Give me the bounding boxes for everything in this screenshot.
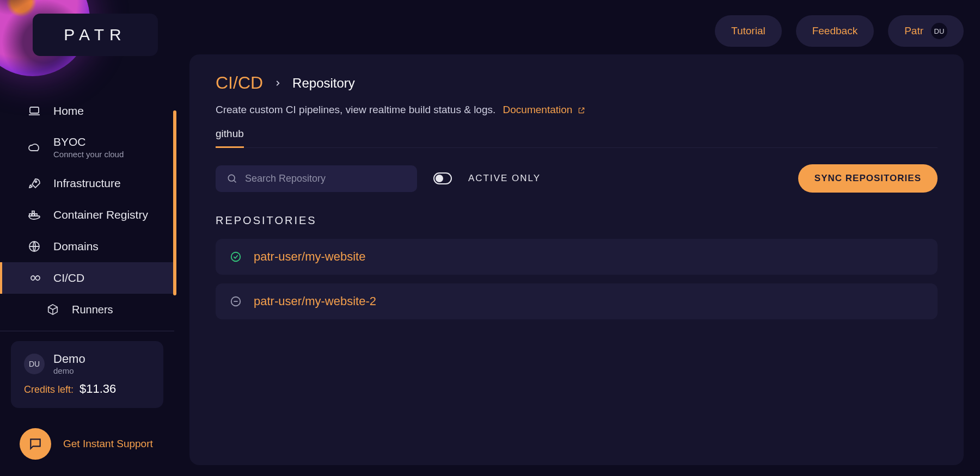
user-avatar-badge: DU <box>931 23 947 39</box>
brand-text: PATR <box>64 26 127 44</box>
repository-name: patr-user/my-website-2 <box>254 294 376 308</box>
box-icon <box>46 302 60 317</box>
sync-button-label: SYNC REPOSITORIES <box>814 173 921 183</box>
tab-github[interactable]: github <box>216 128 244 148</box>
workspace-switcher[interactable]: Patr DU <box>888 15 964 47</box>
search-icon <box>226 173 237 184</box>
svg-rect-0 <box>30 107 39 113</box>
sync-repositories-button[interactable]: SYNC REPOSITORIES <box>798 164 938 193</box>
controls-bar: ACTIVE ONLY SYNC REPOSITORIES <box>216 164 938 193</box>
workspace-card[interactable]: DU Demo demo Credits left: $11.36 <box>11 341 163 408</box>
documentation-link[interactable]: Documentation <box>503 104 585 115</box>
tutorial-label: Tutorial <box>731 25 765 37</box>
cloud-icon <box>27 140 41 154</box>
workspace-handle: demo <box>53 366 85 375</box>
sidebar-item-label: BYOC <box>53 135 124 149</box>
minus-circle-icon <box>230 295 242 307</box>
sidebar-item-cicd[interactable]: CI/CD <box>0 262 174 294</box>
svg-point-1 <box>35 181 37 183</box>
workspace-avatar: DU <box>24 354 45 374</box>
breadcrumb: CI/CD Repository <box>216 73 938 93</box>
repositories-heading: REPOSITORIES <box>216 214 938 227</box>
workspace-name: Demo <box>53 352 85 366</box>
sidebar-divider <box>0 331 174 331</box>
laptop-icon <box>27 104 41 118</box>
svg-rect-5 <box>32 211 34 213</box>
globe-icon <box>27 239 41 254</box>
sidebar: Home BYOC Connect your cloud Infrastruct… <box>0 95 174 408</box>
chevron-right-icon <box>274 79 281 87</box>
breadcrumb-leaf: Repository <box>292 76 355 91</box>
support-chat-button[interactable] <box>20 428 51 460</box>
docker-icon <box>27 208 41 222</box>
repository-item[interactable]: patr-user/my-website-2 <box>216 283 938 319</box>
active-only-label: ACTIVE ONLY <box>468 173 541 184</box>
rocket-icon <box>27 176 41 190</box>
main-panel: CI/CD Repository Create custom CI pipeli… <box>189 54 964 465</box>
sidebar-item-runners[interactable]: Runners <box>0 294 174 325</box>
credits-label: Credits left: <box>24 384 74 395</box>
top-actions: Tutorial Feedback Patr DU <box>715 15 964 47</box>
breadcrumb-root[interactable]: CI/CD <box>216 73 263 93</box>
repository-name: patr-user/my-website <box>254 250 365 264</box>
search-input[interactable] <box>245 173 406 184</box>
subtitle-text: Create custom CI pipelines, view realtim… <box>216 104 495 115</box>
check-circle-icon <box>230 251 242 263</box>
credits-amount: $11.36 <box>79 382 116 395</box>
feedback-label: Feedback <box>812 25 857 37</box>
sidebar-item-home[interactable]: Home <box>0 95 174 127</box>
workspace-credits: Credits left: $11.36 <box>24 382 150 396</box>
sidebar-item-label: Container Registry <box>53 208 148 221</box>
tab-underline <box>216 147 938 148</box>
svg-point-8 <box>231 252 241 262</box>
sidebar-item-sublabel: Connect your cloud <box>53 150 124 159</box>
sidebar-item-byoc[interactable]: BYOC Connect your cloud <box>0 127 174 168</box>
sidebar-item-label: Domains <box>53 240 99 253</box>
sidebar-scroll-indicator <box>173 110 176 295</box>
support-row: Get Instant Support <box>20 428 153 460</box>
page-subtitle: Create custom CI pipelines, view realtim… <box>216 104 938 116</box>
sidebar-item-label: CI/CD <box>53 271 84 285</box>
infinity-icon <box>27 271 41 285</box>
workspace-short-label: Patr <box>904 25 923 37</box>
svg-point-7 <box>228 175 235 181</box>
sidebar-item-container-registry[interactable]: Container Registry <box>0 199 174 231</box>
tab-label: github <box>216 128 244 139</box>
external-link-icon <box>578 107 585 114</box>
sidebar-item-label: Runners <box>72 304 113 316</box>
support-link[interactable]: Get Instant Support <box>63 438 153 450</box>
sidebar-item-infrastructure[interactable]: Infrastructure <box>0 168 174 199</box>
chat-icon <box>28 437 42 451</box>
sidebar-item-label: Infrastructure <box>53 177 121 190</box>
doc-link-label: Documentation <box>503 104 573 115</box>
brand-logo[interactable]: PATR <box>33 14 158 56</box>
provider-tabs: github <box>216 128 938 148</box>
tutorial-button[interactable]: Tutorial <box>715 15 782 47</box>
sidebar-item-domains[interactable]: Domains <box>0 231 174 262</box>
sidebar-item-label: Home <box>53 104 84 118</box>
active-only-toggle[interactable] <box>433 172 452 184</box>
feedback-button[interactable]: Feedback <box>796 15 874 47</box>
search-repository[interactable] <box>216 165 417 192</box>
repository-item[interactable]: patr-user/my-website <box>216 239 938 275</box>
repository-list: patr-user/my-website patr-user/my-websit… <box>216 239 938 319</box>
